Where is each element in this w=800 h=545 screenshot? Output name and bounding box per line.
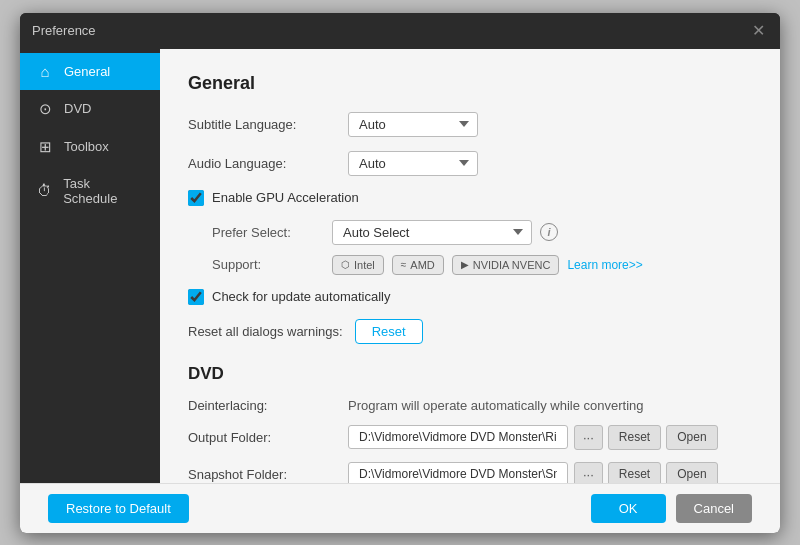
footer-right-buttons: OK Cancel: [591, 494, 752, 523]
sidebar-label-dvd: DVD: [64, 101, 91, 116]
amd-label: AMD: [410, 259, 434, 271]
nvidia-badge: ▶ NVIDIA NVENC: [452, 255, 560, 275]
home-icon: ⌂: [36, 63, 54, 80]
footer: Restore to Default OK Cancel: [20, 483, 780, 533]
check-update-checkbox[interactable]: [188, 289, 204, 305]
intel-icon: ⬡: [341, 259, 350, 270]
window-title: Preference: [32, 23, 96, 38]
learn-more-link[interactable]: Learn more>>: [567, 258, 642, 272]
audio-language-label: Audio Language:: [188, 156, 348, 171]
ok-button[interactable]: OK: [591, 494, 666, 523]
reset-dialogs-row: Reset all dialogs warnings: Reset: [188, 319, 752, 344]
toolbox-icon: ⊞: [36, 138, 54, 156]
subtitle-language-row: Subtitle Language: Auto: [188, 112, 752, 137]
check-update-label: Check for update automatically: [212, 289, 390, 304]
output-folder-open-button[interactable]: Open: [666, 425, 717, 450]
main-content: General Subtitle Language: Auto Audio La…: [160, 49, 780, 483]
amd-badge: ≈ AMD: [392, 255, 444, 275]
support-row: Support: ⬡ Intel ≈ AMD: [212, 255, 752, 275]
main-wrapper: General Subtitle Language: Auto Audio La…: [160, 49, 780, 483]
snapshot-folder-row: Snapshot Folder: ··· Reset Open: [188, 462, 752, 483]
output-folder-label: Output Folder:: [188, 430, 348, 445]
audio-language-select[interactable]: Auto: [348, 151, 478, 176]
restore-default-button[interactable]: Restore to Default: [48, 494, 189, 523]
snapshot-folder-reset-button[interactable]: Reset: [608, 462, 661, 483]
sidebar-item-task-schedule[interactable]: ⏱ Task Schedule: [20, 166, 160, 216]
deinterlacing-label: Deinterlacing:: [188, 398, 348, 413]
prefer-select-label: Prefer Select:: [212, 225, 332, 240]
dvd-icon: ⊙: [36, 100, 54, 118]
sidebar-label-toolbox: Toolbox: [64, 139, 109, 154]
support-label: Support:: [212, 257, 332, 272]
intel-label: Intel: [354, 259, 375, 271]
snapshot-folder-label: Snapshot Folder:: [188, 467, 348, 482]
snapshot-folder-open-button[interactable]: Open: [666, 462, 717, 483]
snapshot-folder-input[interactable]: [348, 462, 568, 483]
info-icon[interactable]: i: [540, 223, 558, 241]
gpu-section: Enable GPU Acceleration Prefer Select: A…: [188, 190, 752, 275]
gpu-checkbox-row: Enable GPU Acceleration: [188, 190, 752, 206]
titlebar: Preference ✕: [20, 13, 780, 49]
output-folder-dots-button[interactable]: ···: [574, 425, 603, 450]
reset-dialogs-label: Reset all dialogs warnings:: [188, 324, 343, 339]
clock-icon: ⏱: [36, 182, 53, 199]
gpu-sub-options: Prefer Select: Auto Select i Support:: [212, 220, 752, 275]
sidebar-item-general[interactable]: ⌂ General: [20, 53, 160, 90]
preference-window: Preference ✕ ⌂ General ⊙ DVD ⊞ Toolbox ⏱…: [20, 13, 780, 533]
deinterlacing-value: Program will operate automatically while…: [348, 398, 644, 413]
support-badges: ⬡ Intel ≈ AMD ▶ NVIDIA NVENC: [332, 255, 643, 275]
output-folder-buttons: ··· Reset Open: [574, 425, 718, 450]
output-folder-reset-button[interactable]: Reset: [608, 425, 661, 450]
subtitle-language-select[interactable]: Auto: [348, 112, 478, 137]
amd-icon: ≈: [401, 259, 407, 270]
output-folder-row: Output Folder: ··· Reset Open: [188, 425, 752, 450]
snapshot-folder-buttons: ··· Reset Open: [574, 462, 718, 483]
check-update-row: Check for update automatically: [188, 289, 752, 305]
close-button[interactable]: ✕: [748, 21, 768, 41]
gpu-label: Enable GPU Acceleration: [212, 190, 359, 205]
reset-dialogs-button[interactable]: Reset: [355, 319, 423, 344]
subtitle-language-label: Subtitle Language:: [188, 117, 348, 132]
prefer-select-wrap: Auto Select i: [332, 220, 558, 245]
output-folder-input[interactable]: [348, 425, 568, 449]
prefer-select-row: Prefer Select: Auto Select i: [212, 220, 752, 245]
snapshot-folder-dots-button[interactable]: ···: [574, 462, 603, 483]
content-area: ⌂ General ⊙ DVD ⊞ Toolbox ⏱ Task Schedul…: [20, 49, 780, 483]
general-section-title: General: [188, 73, 752, 94]
sidebar: ⌂ General ⊙ DVD ⊞ Toolbox ⏱ Task Schedul…: [20, 49, 160, 483]
sidebar-item-dvd[interactable]: ⊙ DVD: [20, 90, 160, 128]
deinterlacing-row: Deinterlacing: Program will operate auto…: [188, 398, 752, 413]
intel-badge: ⬡ Intel: [332, 255, 384, 275]
dvd-section-title: DVD: [188, 364, 752, 384]
gpu-checkbox[interactable]: [188, 190, 204, 206]
nvidia-label: NVIDIA NVENC: [473, 259, 551, 271]
cancel-button[interactable]: Cancel: [676, 494, 752, 523]
sidebar-label-general: General: [64, 64, 110, 79]
nvidia-icon: ▶: [461, 259, 469, 270]
prefer-select-dropdown[interactable]: Auto Select: [332, 220, 532, 245]
sidebar-label-task-schedule: Task Schedule: [63, 176, 144, 206]
audio-language-row: Audio Language: Auto: [188, 151, 752, 176]
sidebar-item-toolbox[interactable]: ⊞ Toolbox: [20, 128, 160, 166]
